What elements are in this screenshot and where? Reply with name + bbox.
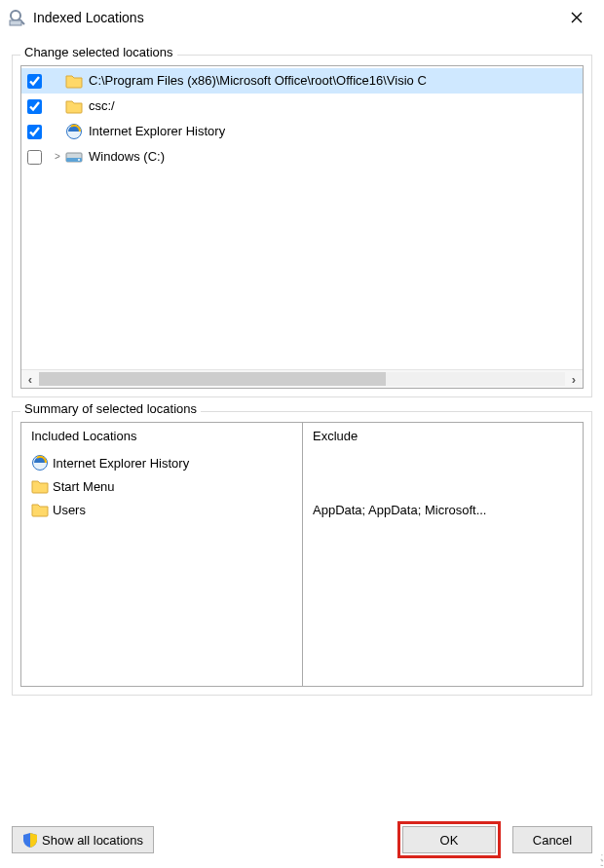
scroll-left-arrow[interactable]: ‹ [21, 370, 39, 388]
tree-row-label: csc:/ [89, 94, 115, 119]
expand-icon[interactable]: > [52, 144, 63, 170]
included-item-label: Internet Explorer History [53, 456, 189, 471]
ok-button[interactable]: OK [402, 826, 496, 853]
expand-icon[interactable] [52, 119, 63, 144]
tree-row[interactable]: C:\Program Files (x86)\Microsoft Office\… [21, 68, 583, 94]
summary-group: Summary of selected locations Included L… [12, 411, 592, 696]
exclude-column: Exclude AppData; AppData; Microsoft... [302, 423, 583, 686]
included-header: Included Locations [31, 429, 292, 443]
exclude-item-label [313, 479, 317, 494]
change-locations-group: Change selected locations C:\Program Fil… [12, 55, 592, 397]
change-locations-label: Change selected locations [20, 45, 177, 59]
title-bar: Indexed Locations [0, 0, 604, 35]
included-item-label: Start Menu [53, 479, 115, 494]
indexing-options-icon [8, 8, 27, 27]
drive-icon [65, 148, 83, 166]
expand-icon[interactable] [52, 94, 63, 119]
tree-row[interactable]: >Windows (C:) [21, 144, 583, 170]
tree-row-label: C:\Program Files (x86)\Microsoft Office\… [89, 68, 427, 94]
tree-row-checkbox[interactable] [27, 74, 42, 89]
close-button[interactable] [557, 4, 596, 31]
folder-icon [31, 477, 49, 495]
expand-icon[interactable] [52, 68, 63, 94]
locations-tree[interactable]: C:\Program Files (x86)\Microsoft Office\… [20, 65, 584, 389]
tree-row-checkbox[interactable] [27, 99, 42, 114]
folder-icon [65, 72, 83, 90]
summary-label: Summary of selected locations [20, 401, 201, 416]
cancel-button[interactable]: Cancel [512, 826, 592, 853]
summary-table: Included Locations Internet Explorer His… [20, 422, 584, 687]
indexed-locations-dialog: Indexed Locations Change selected locati… [0, 0, 604, 868]
scroll-track[interactable] [39, 372, 565, 386]
exclude-item: AppData; AppData; Microsoft... [313, 498, 573, 521]
scroll-thumb[interactable] [39, 372, 386, 386]
folder-icon [31, 501, 49, 518]
included-item-label: Users [53, 503, 86, 517]
exclude-item-label [313, 456, 317, 471]
dialog-footer: Show all locations OK Cancel [0, 808, 604, 868]
scroll-right-arrow[interactable]: › [565, 370, 583, 388]
shield-icon [22, 832, 38, 848]
included-item[interactable]: Start Menu [31, 474, 292, 498]
ie-icon [31, 454, 49, 472]
exclude-header: Exclude [313, 429, 573, 443]
horizontal-scrollbar[interactable]: ‹ › [21, 369, 583, 388]
tree-row[interactable]: csc:/ [21, 94, 583, 119]
resize-grip[interactable]: .:.:: [600, 854, 602, 866]
included-column: Included Locations Internet Explorer His… [21, 423, 302, 686]
included-item[interactable]: Users [31, 498, 292, 521]
exclude-item [313, 451, 573, 474]
tree-row-label: Windows (C:) [89, 144, 165, 170]
tree-row-checkbox[interactable] [27, 125, 42, 139]
tree-row-label: Internet Explorer History [89, 119, 225, 144]
show-all-locations-label: Show all locations [42, 833, 143, 848]
tree-row[interactable]: Internet Explorer History [21, 119, 583, 144]
dialog-title: Indexed Locations [33, 10, 557, 25]
show-all-locations-button[interactable]: Show all locations [12, 826, 154, 853]
ok-highlight: OK [397, 821, 501, 858]
tree-row-checkbox[interactable] [27, 150, 42, 165]
exclude-item [313, 474, 573, 498]
ie-icon [65, 123, 83, 140]
folder-icon [65, 97, 83, 115]
exclude-item-label: AppData; AppData; Microsoft... [313, 503, 486, 517]
included-item[interactable]: Internet Explorer History [31, 451, 292, 474]
